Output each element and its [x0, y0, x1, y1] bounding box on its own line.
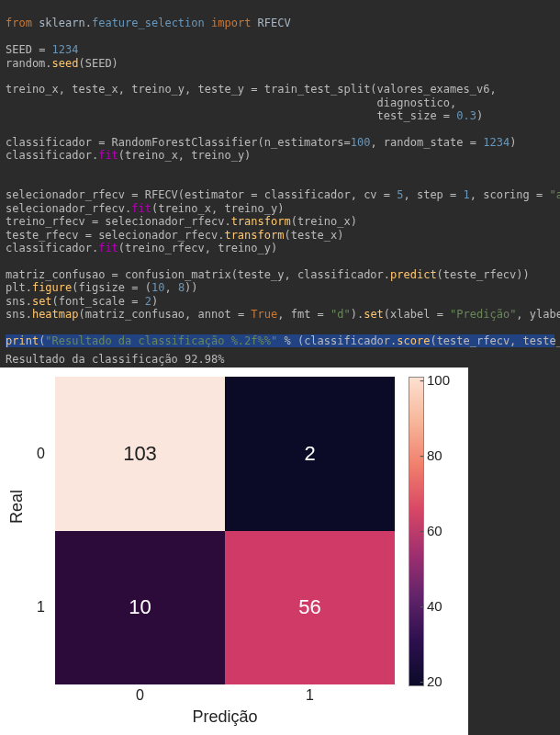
code-line-active: print("Resultado da classificação %.2f%%…	[6, 334, 554, 347]
heatmap-plot: 103 2 10 56	[55, 377, 395, 684]
output-text: Resultado da classificação 92.98%	[0, 351, 560, 368]
colorbar-tick: 80	[427, 447, 450, 463]
y-tick: 1	[37, 531, 45, 685]
colorbar-ticks: 100 80 60 40 20	[427, 372, 450, 689]
heatmap-cell: 103	[55, 377, 225, 531]
heatmap-cell: 56	[225, 531, 395, 685]
colorbar-tick: 40	[427, 598, 450, 614]
x-tick: 0	[55, 687, 225, 704]
code-line: selecionador_rfecv = RFECV(estimator = c…	[6, 188, 560, 201]
code-editor[interactable]: from sklearn.feature_selection import RF…	[0, 0, 560, 351]
code-line: treino_rfecv = selecionador_rfecv.transf…	[6, 215, 357, 228]
code-line: from sklearn.feature_selection import RF…	[6, 17, 291, 29]
code-line: sns.set(font_scale = 2)	[6, 295, 158, 308]
x-axis-ticks: 0 1	[55, 687, 395, 704]
y-axis-ticks: 0 1	[37, 377, 45, 684]
x-tick: 1	[225, 687, 395, 704]
heatmap-cell: 2	[225, 377, 395, 531]
colorbar-tick: 20	[427, 673, 450, 689]
code-line: teste_rfecv = selecionador_rfecv.transfo…	[6, 229, 343, 242]
code-line: SEED = 1234	[6, 43, 79, 56]
confusion-matrix-chart: 103 2 10 56 0 1 0 1 Real Predição 100 80…	[0, 368, 468, 735]
code-line: treino_x, teste_x, treino_y, teste_y = t…	[6, 83, 497, 96]
colorbar-tick: 100	[427, 372, 450, 388]
code-line: classificador = RandomForestClassifier(n…	[6, 136, 516, 149]
code-line: diagnostico,	[6, 96, 456, 109]
y-tick: 0	[37, 377, 45, 531]
code-line: random.seed(SEED)	[6, 57, 118, 70]
x-axis-label: Predição	[55, 707, 395, 727]
code-line: classificador.fit(treino_x, treino_y)	[6, 149, 251, 162]
code-line: selecionador_rfecv.fit(treino_x, treino_…	[6, 202, 284, 215]
colorbar-tick: 60	[427, 523, 450, 538]
heatmap-cell: 10	[55, 531, 225, 685]
code-line: matriz_confusao = confusion_matrix(teste…	[6, 268, 530, 281]
code-line: sns.heatmap(matriz_confusao, annot = Tru…	[6, 308, 560, 321]
code-line: plt.figure(figsize = (10, 8))	[6, 281, 198, 294]
code-line: classificador.fit(treino_rfecv, treino_y…	[6, 242, 277, 254]
code-line: test_size = 0.3)	[6, 109, 483, 122]
y-axis-label: Real	[7, 490, 27, 524]
